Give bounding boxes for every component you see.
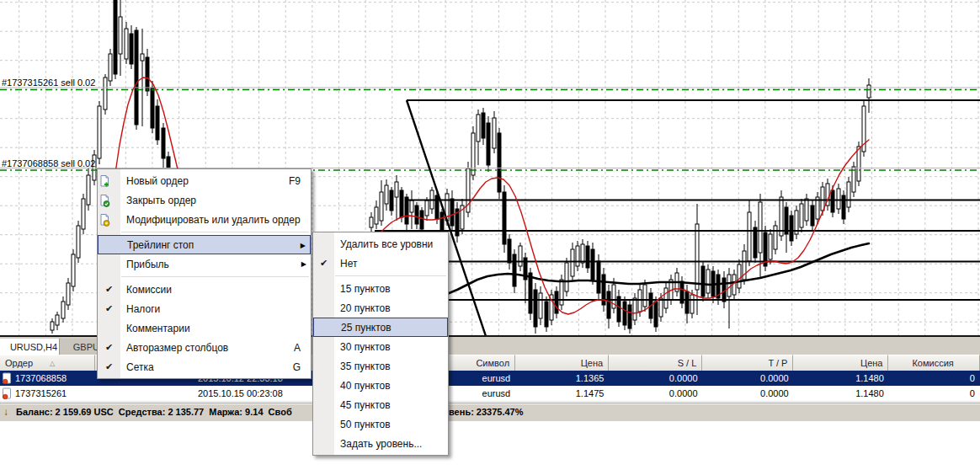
submenu-item-delete-all-levels[interactable]: Удалить все уровни: [313, 234, 448, 254]
cell-tp: 0.0000: [703, 373, 794, 383]
context-menu: Новый ордер F9 Закрыть ордер Модифициров…: [97, 168, 312, 379]
menu-item-commissions[interactable]: ✔ Комиссии: [98, 280, 311, 299]
submenu-arrow-icon: ▶: [301, 260, 306, 268]
column-header-tp[interactable]: T / P: [702, 355, 793, 371]
menu-item-label: 15 пунктов: [334, 283, 448, 295]
status-bar: ↓ Баланс: 2 159.69 USC Средства: 2 135.7…: [0, 403, 980, 421]
checkmark-icon: ✔: [98, 357, 120, 377]
trailing-stop-submenu: Удалить все уровни ✔ Нет 15 пунктов 20 п…: [312, 232, 449, 456]
submenu-item-none[interactable]: ✔ Нет: [313, 254, 448, 273]
column-header-order[interactable]: Ордер△: [0, 355, 95, 371]
menu-item-label: 45 пунктов: [334, 399, 448, 411]
menu-shortcut: G: [293, 361, 311, 373]
modify-order-icon: [98, 213, 120, 227]
column-header-price[interactable]: Цена: [515, 355, 609, 371]
submenu-item-50-points[interactable]: 50 пунктов: [313, 414, 448, 434]
menu-item-label: 40 пунктов: [334, 380, 448, 392]
menu-item-label: Комиссии: [120, 284, 311, 296]
menu-shortcut: A: [294, 342, 311, 354]
menu-item-label: 35 пунктов: [334, 361, 448, 372]
cell-price2: 1.1480: [794, 388, 889, 398]
menu-item-label: 25 пунктов: [335, 322, 447, 334]
menu-item-trailing-stop[interactable]: Трейлинг стоп ▶: [98, 235, 311, 254]
cell-price: 1.1475: [515, 388, 609, 398]
checkmark-icon: ✔: [98, 338, 120, 357]
submenu-item-15-points[interactable]: 15 пунктов: [313, 279, 448, 298]
menu-item-label: Прибыль: [120, 259, 311, 270]
cell-commission: 0: [889, 388, 980, 398]
menu-item-taxes[interactable]: ✔ Налоги: [98, 299, 311, 318]
checkmark-icon: ✔: [313, 254, 334, 273]
order-line-label: #1737315261 sell 0.02: [2, 77, 95, 88]
menu-item-auto-column-size[interactable]: ✔ Авторазмер столбцов A: [98, 338, 311, 357]
column-header-label: Ордер: [5, 358, 33, 368]
cell-sl: 0.0000: [609, 388, 702, 398]
menu-item-label: Авторазмер столбцов: [120, 342, 294, 354]
submenu-item-35-points[interactable]: 35 пунктов: [313, 356, 448, 376]
menu-item-label: Закрыть ордер: [120, 195, 301, 206]
submenu-item-45-points[interactable]: 45 пунктов: [313, 395, 448, 414]
order-line-label: #1737068858 sell 0.02: [2, 158, 95, 168]
menu-item-new-order[interactable]: Новый ордер F9: [98, 171, 311, 190]
menu-item-grid[interactable]: ✔ Сетка G: [98, 357, 311, 377]
column-header-price2[interactable]: Цена: [793, 355, 888, 371]
menu-item-label: Трейлинг стоп: [121, 239, 310, 251]
submenu-item-40-points[interactable]: 40 пунктов: [313, 376, 448, 395]
menu-item-label: Удалить все уровни: [334, 238, 448, 250]
menu-separator: [335, 275, 446, 276]
menu-item-label: Сетка: [120, 361, 293, 373]
menu-item-label: Модифицировать или удалить ордер: [120, 214, 301, 226]
menu-item-label: Нет: [334, 258, 448, 270]
checkmark-icon: ✔: [98, 280, 120, 299]
menu-item-label: 50 пунктов: [334, 419, 448, 430]
order-id: 1737068858: [15, 373, 67, 383]
cell-order: 1737068858: [0, 372, 95, 384]
menu-separator: [121, 232, 309, 232]
order-id: 1737315261: [15, 388, 67, 398]
close-order-icon: [98, 194, 120, 207]
menu-item-label: Комментарии: [120, 323, 311, 334]
status-balance-text: Баланс: 2 159.69 USC Средства: 2 135.77 …: [16, 407, 312, 417]
menu-shortcut: F9: [289, 175, 311, 187]
submenu-item-30-points[interactable]: 30 пунктов: [313, 337, 448, 356]
menu-separator: [121, 276, 309, 277]
menu-item-label: 20 пунктов: [334, 302, 448, 314]
cell-tp: 0.0000: [703, 388, 794, 398]
menu-item-modify-order[interactable]: Модифицировать или удалить ордер: [98, 210, 311, 229]
menu-item-label: 30 пунктов: [334, 341, 448, 353]
sort-ascending-icon: △: [50, 360, 55, 367]
menu-item-comments[interactable]: Комментарии: [98, 318, 311, 338]
order-row[interactable]: 1737315261 2015.10.15 00:23:08 eurusd 1.…: [0, 386, 980, 402]
menu-item-profit[interactable]: Прибыль ▶: [98, 254, 311, 274]
sell-order-icon: [3, 372, 12, 384]
cell-sl: 0.0000: [609, 373, 702, 383]
menu-item-close-order[interactable]: Закрыть ордер: [98, 190, 311, 210]
cell-price: 1.1365: [515, 373, 609, 383]
submenu-item-set-level[interactable]: Задать уровень...: [313, 434, 448, 453]
submenu-arrow-icon: ▶: [301, 242, 306, 249]
new-order-icon: [98, 174, 120, 188]
submenu-item-25-points[interactable]: 25 пунктов: [313, 318, 448, 337]
status-level-text: вень: 23375.47%: [449, 407, 524, 417]
submenu-item-20-points[interactable]: 20 пунктов: [313, 298, 448, 318]
menu-item-label: Налоги: [120, 303, 311, 315]
cell-order: 1737315261: [0, 387, 95, 399]
menu-item-label: Задать уровень...: [334, 438, 448, 450]
cell-commission: 0: [889, 373, 980, 383]
sell-order-icon: [3, 387, 12, 399]
cell-time: 2015.10.15 00:23:08: [95, 388, 288, 398]
trade-status-icon: ↓: [3, 406, 8, 418]
column-header-commission[interactable]: Комиссия: [888, 355, 980, 371]
checkmark-icon: ✔: [98, 299, 120, 318]
menu-item-label: Новый ордер: [120, 175, 289, 187]
column-header-sl[interactable]: S / L: [609, 355, 702, 371]
cell-price2: 1.1480: [794, 373, 889, 383]
